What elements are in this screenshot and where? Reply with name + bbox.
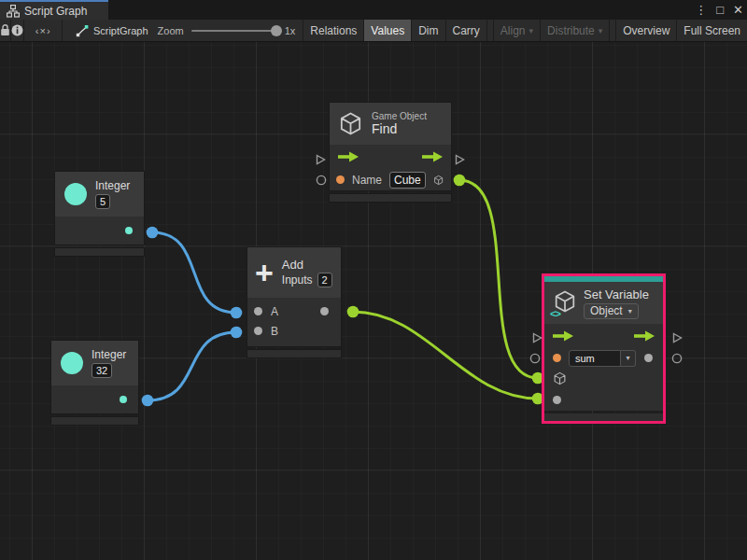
toolbar-button-dim[interactable]: Dim <box>411 20 444 41</box>
lock-icon <box>0 24 10 36</box>
graph-canvas[interactable]: Integer 5 Integer 32 <box>0 42 747 560</box>
graph-toolbar: ‹×› ScriptGraph Zoom 1x RelationsValuesD… <box>0 20 747 42</box>
inputs-count-field[interactable]: 2 <box>317 273 332 287</box>
zoom-slider[interactable] <box>191 30 277 32</box>
connection-endpoint[interactable] <box>231 307 243 319</box>
node-set-variable[interactable]: <> Set Variable Object ▾ <box>542 273 666 424</box>
flow-output-arrow[interactable] <box>422 151 443 162</box>
chevron-down-icon: ▾ <box>599 26 603 35</box>
flow-output-port-marker[interactable] <box>454 154 465 165</box>
value-output-port[interactable] <box>644 354 653 362</box>
toolbar-button-label: Overview <box>623 24 669 37</box>
toolbar-button-label: Align <box>500 24 526 37</box>
name-input-port-marker[interactable] <box>529 353 541 364</box>
toolbar-button-values[interactable]: Values <box>363 20 411 41</box>
code-preview-button[interactable]: ‹×› <box>24 20 62 41</box>
graph-hierarchy-icon <box>7 5 20 18</box>
input-port-a[interactable] <box>254 307 262 315</box>
node-category: Game Object <box>372 111 427 121</box>
info-button[interactable] <box>11 20 24 41</box>
tab-script-graph[interactable]: Script Graph <box>0 0 108 20</box>
node-title: Add <box>282 258 332 272</box>
node-title: Set Variable <box>584 287 649 301</box>
maximize-icon[interactable]: □ <box>716 4 724 16</box>
toolbar-button-label: Carry <box>453 24 480 37</box>
graph-reference[interactable]: ScriptGraph <box>63 20 158 41</box>
integer-value-field[interactable]: 32 <box>92 363 112 378</box>
variable-name-value: sum <box>569 350 621 367</box>
toolbar-group-divider <box>486 20 493 41</box>
more-options-icon[interactable]: ⋮ <box>695 4 707 16</box>
node-integer-32[interactable]: Integer 32 <box>51 341 138 425</box>
connection-endpoint[interactable] <box>147 227 159 239</box>
toolbar-button-label: Distribute <box>547 24 595 37</box>
variable-name-dropdown[interactable]: sum ▾ <box>569 350 637 367</box>
zoom-label: Zoom <box>158 25 184 36</box>
toolbar-button-distribute[interactable]: Distribute▾ <box>540 20 609 41</box>
node-footer <box>330 194 451 202</box>
code-angle-icon: <> <box>550 308 560 319</box>
integer-type-icon <box>61 352 83 374</box>
flow-input-port-marker[interactable] <box>315 154 326 165</box>
flow-input-arrow[interactable] <box>553 330 573 342</box>
flow-input-arrow[interactable] <box>338 151 359 162</box>
connection-wire[interactable] <box>148 332 236 400</box>
connection-endpoint[interactable] <box>231 327 243 339</box>
toolbar-button-group: RelationsValuesDimCarryAlign▾Distribute▾… <box>303 20 747 41</box>
set-variable-icon: <> <box>551 289 577 317</box>
variable-kind-dropdown[interactable]: Object ▾ <box>584 303 639 319</box>
node-integer-5[interactable]: Integer 5 <box>55 172 144 256</box>
toolbar-button-carry[interactable]: Carry <box>445 20 486 41</box>
toolbar-button-relations[interactable]: Relations <box>303 20 363 41</box>
integer-output-port[interactable] <box>125 227 133 234</box>
lock-button[interactable] <box>0 20 11 41</box>
toolbar-button-overview[interactable]: Overview <box>615 20 676 41</box>
chevron-down-icon: ▾ <box>621 350 636 367</box>
script-graph-icon <box>76 24 89 37</box>
flow-input-port-marker[interactable] <box>531 332 543 343</box>
toolbar-button-full-screen[interactable]: Full Screen <box>676 20 747 41</box>
integer-value-field[interactable]: 5 <box>95 194 110 209</box>
game-object-input-port[interactable] <box>553 371 567 385</box>
sum-output-port[interactable] <box>320 307 329 315</box>
connection-wire[interactable] <box>152 232 236 313</box>
toolbar-group-divider <box>609 20 615 41</box>
script-graph-window: Script Graph ⋮ □ ✕ ‹×› <box>0 0 747 560</box>
variable-name-port[interactable] <box>553 354 561 362</box>
port-a-label: A <box>271 305 312 318</box>
chevron-down-icon: ▾ <box>628 304 632 318</box>
string-input-port-marker[interactable] <box>316 175 327 186</box>
connection-endpoint[interactable] <box>454 175 466 187</box>
name-port-label: Name <box>352 174 382 187</box>
inputs-label: Inputs <box>282 273 313 287</box>
node-title: Integer <box>92 348 126 361</box>
zoom-control: Zoom 1x <box>158 20 303 41</box>
connection-wire[interactable] <box>459 180 538 378</box>
node-game-object-find[interactable]: Game Object Find Name Cube <box>330 103 451 202</box>
connection-endpoint[interactable] <box>347 306 359 318</box>
toolbar-button-align[interactable]: Align▾ <box>493 20 540 41</box>
chevron-down-icon: ▾ <box>529 26 534 35</box>
node-add[interactable]: + Add Inputs 2 A <box>247 247 341 357</box>
connection-endpoint[interactable] <box>142 395 154 407</box>
input-port-b[interactable] <box>254 327 262 335</box>
close-icon[interactable]: ✕ <box>733 4 743 16</box>
tab-title: Script Graph <box>24 5 87 18</box>
node-footer <box>544 413 663 421</box>
zoom-slider-handle[interactable] <box>271 25 282 36</box>
toolbar-button-label: Relations <box>310 24 357 37</box>
value-input-port[interactable] <box>553 396 561 404</box>
integer-type-icon <box>64 183 87 205</box>
game-object-output-port[interactable] <box>433 173 444 188</box>
variable-kind-value: Object <box>590 304 623 318</box>
name-value-field[interactable]: Cube <box>389 172 426 189</box>
value-output-port-marker[interactable] <box>671 353 683 364</box>
node-title: Integer <box>95 179 130 192</box>
toolbar-button-label: Full Screen <box>684 24 740 37</box>
flow-output-arrow[interactable] <box>634 330 655 342</box>
toolbar-button-label: Values <box>371 24 404 37</box>
integer-output-port[interactable] <box>120 396 127 403</box>
flow-output-port-marker[interactable] <box>671 332 683 343</box>
zoom-value: 1x <box>285 25 296 36</box>
name-string-port[interactable] <box>336 175 345 184</box>
